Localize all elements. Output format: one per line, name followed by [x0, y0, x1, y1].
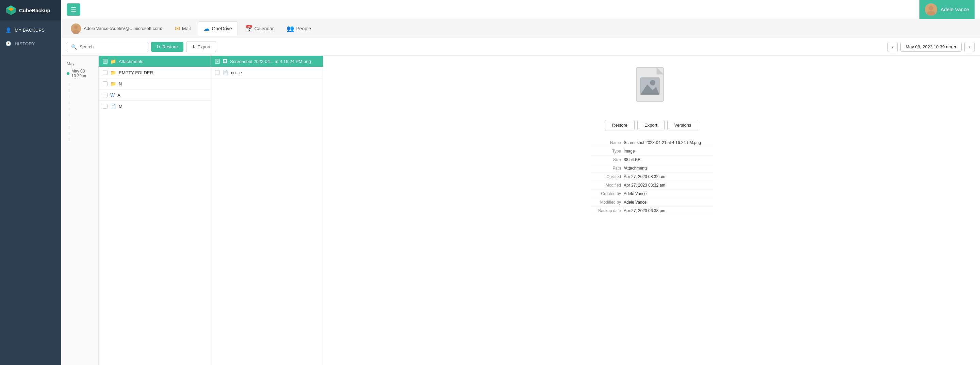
meta-row-type: Type image	[590, 147, 713, 156]
timeline: May May 08 10:39am	[61, 56, 99, 365]
avatar-image	[925, 3, 937, 16]
meta-label-created: Created	[590, 174, 621, 179]
timeline-line	[69, 89, 69, 92]
tab-onedrive[interactable]: ☁ OneDrive	[198, 21, 237, 36]
meta-row-name: Name Screenshot 2023-04-21 at 4.16.24 PM…	[590, 139, 713, 147]
svg-point-17	[650, 80, 655, 86]
file-checkbox-m[interactable]	[103, 104, 108, 108]
mail-icon: ✉	[175, 25, 180, 32]
date-navigation: ‹ May 08, 2023 10:39 am ▾ ›	[888, 42, 975, 52]
timeline-line	[69, 83, 69, 86]
image-preview-svg	[630, 66, 674, 110]
folder-icon-empty: 📁	[110, 70, 116, 75]
file-item-attachments[interactable]: ✓ 📁 Attachments	[99, 56, 211, 67]
people-icon: 👥	[286, 25, 294, 32]
meta-label-modified: Modified	[590, 183, 621, 188]
timeline-item-may08[interactable]: May 08 10:39am	[64, 67, 95, 80]
file-icon-cu: 📄	[223, 70, 228, 75]
hamburger-button[interactable]: ☰	[67, 3, 80, 16]
file-name-cu: cu...e	[231, 70, 242, 75]
cube-logo-icon	[5, 5, 16, 16]
file-checkbox-attachments[interactable]: ✓	[103, 59, 108, 64]
meta-value-created-by: Adele Vance	[624, 191, 646, 196]
search-box[interactable]: 🔍	[67, 42, 148, 52]
sidebar-my-backups-label: MY BACKUPS	[14, 27, 45, 33]
meta-label-name: Name	[590, 140, 621, 145]
sidebar-item-history[interactable]: 🕐 HISTORY	[0, 37, 61, 50]
tab-calendar[interactable]: 📅 Calendar	[239, 21, 280, 36]
meta-row-size: Size 88.54 KB	[590, 156, 713, 164]
timeline-line	[69, 102, 69, 104]
file-item-m[interactable]: 📄 M	[99, 101, 211, 112]
content-area: Adele Vance<AdeleV@...microsoft.com> ✉ M…	[61, 19, 980, 365]
timeline-dot	[67, 72, 69, 75]
file-item-screenshot[interactable]: ✓ 🖼 Screenshot 2023-04... at 4.16.24 PM.…	[211, 56, 323, 67]
tab-mail[interactable]: ✉ Mail	[169, 21, 197, 36]
tab-people[interactable]: 👥 People	[281, 21, 317, 36]
meta-label-type: Type	[590, 149, 621, 153]
toolbar: 🔍 ↻ Restore ⬇ Export ‹ May 08, 2023 10:3…	[61, 38, 980, 56]
timeline-group-may: May May 08 10:39am	[61, 59, 98, 81]
file-checkbox-cu[interactable]	[215, 70, 220, 75]
file-item-cu[interactable]: 📄 cu...e	[211, 67, 323, 78]
file-name-empty-folder: EMPTY FOLDER	[119, 70, 153, 75]
file-item-a[interactable]: W A	[99, 89, 211, 101]
file-item-empty-folder[interactable]: 📁 EMPTY FOLDER	[99, 67, 211, 78]
meta-value-modified-by: Adele Vance	[624, 200, 646, 205]
sidebar-item-my-backups[interactable]: 👤 MY BACKUPS	[0, 23, 61, 37]
next-date-button[interactable]: ›	[964, 42, 975, 52]
user-profile[interactable]: Adele Vance	[920, 0, 975, 19]
main-area: ☰ Adele Vance	[61, 0, 980, 365]
restore-icon: ↻	[156, 44, 160, 49]
timeline-line	[69, 138, 69, 141]
file-name-attachments: Attachments	[119, 59, 143, 64]
meta-value-type: image	[624, 149, 635, 153]
chevron-down-icon: ▾	[954, 44, 956, 49]
file-name-m: M	[119, 104, 123, 109]
tab-bar: Adele Vance<AdeleV@...microsoft.com> ✉ M…	[61, 19, 980, 38]
search-input[interactable]	[80, 44, 144, 49]
user-email-text: Adele Vance<AdeleV@...microsoft.com>	[84, 26, 164, 31]
meta-row-modified-by: Modified by Adele Vance	[590, 198, 713, 207]
preview-restore-button[interactable]: Restore	[605, 120, 635, 131]
sidebar-history-label: HISTORY	[14, 41, 35, 46]
sidebar: CubeBackup 👤 MY BACKUPS 🕐 HISTORY	[0, 0, 61, 365]
file-checkbox-empty-folder[interactable]	[103, 70, 108, 75]
export-button[interactable]: ⬇ Export	[186, 41, 216, 52]
tab-mail-label: Mail	[182, 26, 191, 31]
meta-label-size: Size	[590, 157, 621, 162]
preview-export-button[interactable]: Export	[637, 120, 665, 131]
folder-icon-n: 📁	[110, 81, 116, 86]
topbar: ☰ Adele Vance	[61, 0, 980, 19]
file-checkbox-a[interactable]	[103, 92, 108, 97]
restore-button[interactable]: ↻ Restore	[151, 42, 183, 52]
preview-panel: Restore Export Versions Name Screenshot …	[323, 56, 980, 365]
tab-people-label: People	[296, 26, 311, 31]
prev-date-button[interactable]: ‹	[888, 42, 898, 52]
timeline-item-label: May 08 10:39am	[72, 69, 93, 78]
file-checkbox-screenshot[interactable]: ✓	[215, 59, 220, 64]
preview-versions-button[interactable]: Versions	[667, 120, 698, 131]
right-file-panel: ✓ 🖼 Screenshot 2023-04... at 4.16.24 PM.…	[211, 56, 323, 365]
export-icon: ⬇	[192, 44, 196, 49]
timeline-line	[69, 95, 69, 98]
file-browser: May May 08 10:39am	[61, 56, 980, 365]
export-label: Export	[198, 44, 211, 49]
file-checkbox-n[interactable]	[103, 81, 108, 86]
file-icon-m: 📄	[110, 104, 116, 109]
file-metadata: Name Screenshot 2023-04-21 at 4.16.24 PM…	[590, 139, 713, 215]
meta-label-path: Path	[590, 166, 621, 171]
date-label: May 08, 2023 10:39 am	[905, 44, 952, 49]
timeline-line	[69, 126, 69, 129]
avatar	[925, 3, 937, 16]
checkbox-check-screenshot: ✓	[216, 60, 219, 63]
date-selector-button[interactable]: May 08, 2023 10:39 am ▾	[900, 42, 962, 52]
file-preview-image	[628, 64, 675, 112]
clock-icon: 🕐	[5, 41, 11, 46]
tab-calendar-label: Calendar	[255, 26, 274, 31]
hamburger-icon: ☰	[71, 6, 76, 13]
file-item-n[interactable]: 📁 N	[99, 78, 211, 89]
meta-row-path: Path /Attachments	[590, 164, 713, 173]
meta-label-modified-by: Modified by	[590, 200, 621, 205]
tab-onedrive-label: OneDrive	[212, 26, 232, 31]
